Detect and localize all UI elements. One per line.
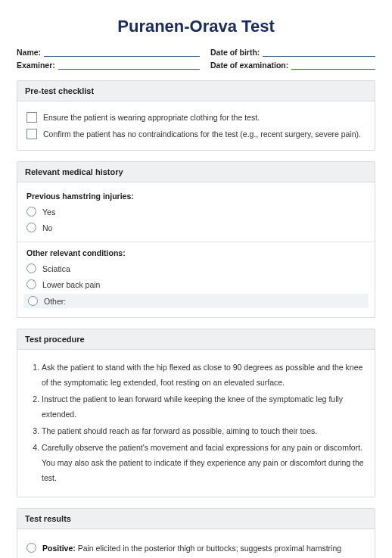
radio-icon[interactable] bbox=[26, 223, 36, 232]
procedure-list: Ask the patient to stand with the hip fl… bbox=[26, 360, 366, 486]
examiner-input-line[interactable] bbox=[58, 60, 200, 70]
history-section: Relevant medical history Previous hamstr… bbox=[17, 161, 375, 318]
pretest-section: Pre-test checklist Ensure the patient is… bbox=[17, 80, 375, 151]
radio-icon[interactable] bbox=[26, 279, 36, 289]
checkbox-icon[interactable] bbox=[26, 129, 37, 139]
procedure-step-3: The patient should reach as far forward … bbox=[42, 424, 366, 439]
history-header: Relevant medical history bbox=[17, 162, 375, 182]
other-fill-input[interactable] bbox=[72, 297, 364, 306]
checkbox-icon[interactable] bbox=[26, 112, 37, 123]
radio-icon[interactable] bbox=[28, 296, 38, 306]
name-label: Name: bbox=[17, 48, 41, 57]
result-positive-label: Positive: bbox=[42, 544, 76, 553]
exam-date-label: Date of examination: bbox=[210, 61, 288, 70]
meta-row-1: Name: Date of birth: bbox=[17, 47, 375, 57]
procedure-section: Test procedure Ask the patient to stand … bbox=[17, 329, 375, 497]
exam-date-field: Date of examination: bbox=[210, 60, 375, 70]
examiner-field: Examiner: bbox=[17, 60, 200, 70]
other-other-row: Other: bbox=[23, 294, 369, 308]
result-positive-desc: Pain elicited in the posterior thigh or … bbox=[42, 544, 341, 559]
other-cond-label: Other relevant conditions: bbox=[26, 248, 366, 257]
procedure-step-1: Ask the patient to stand with the hip fl… bbox=[42, 360, 366, 391]
result-positive-row: Positive: Pain elicited in the posterior… bbox=[26, 537, 366, 559]
meta-row-2: Examiner: Date of examination: bbox=[17, 60, 375, 70]
procedure-step-2: Instruct the patient to lean forward whi… bbox=[42, 392, 366, 422]
pretest-item-1-text: Ensure the patient is wearing appropriat… bbox=[43, 113, 260, 122]
exam-date-input-line[interactable] bbox=[291, 60, 375, 70]
other-other-text: Other: bbox=[44, 297, 66, 306]
page-title: Puranen-Orava Test bbox=[17, 17, 375, 36]
results-section: Test results Positive: Pain elicited in … bbox=[17, 508, 375, 559]
prev-yes-text: Yes bbox=[42, 207, 55, 217]
pretest-item-2: Confirm the patient has no contraindicat… bbox=[26, 126, 366, 142]
name-input-line[interactable] bbox=[44, 47, 200, 57]
pretest-item-1: Ensure the patient is wearing appropriat… bbox=[26, 109, 366, 126]
dob-field: Date of birth: bbox=[210, 47, 375, 57]
examiner-label: Examiner: bbox=[17, 61, 55, 70]
radio-icon[interactable] bbox=[26, 207, 36, 217]
name-field: Name: bbox=[17, 47, 200, 57]
radio-icon[interactable] bbox=[26, 543, 36, 553]
prev-no-row: No bbox=[26, 220, 366, 235]
divider bbox=[17, 242, 375, 242]
other-sciatica-text: Sciatica bbox=[42, 264, 70, 273]
results-header: Test results bbox=[17, 509, 375, 529]
result-positive-text: Positive: Pain elicited in the posterior… bbox=[42, 541, 366, 559]
prev-injuries-label: Previous hamstring injuries: bbox=[26, 192, 366, 201]
dob-label: Date of birth: bbox=[210, 48, 260, 57]
other-lbp-text: Lower back pain bbox=[42, 280, 100, 289]
prev-no-text: No bbox=[42, 223, 52, 232]
other-sciatica-row: Sciatica bbox=[26, 260, 366, 276]
procedure-header: Test procedure bbox=[17, 329, 375, 350]
radio-icon[interactable] bbox=[26, 263, 36, 273]
prev-yes-row: Yes bbox=[26, 204, 366, 220]
procedure-step-4: Carefully observe the patient's movement… bbox=[42, 441, 366, 486]
pretest-item-2-text: Confirm the patient has no contraindicat… bbox=[43, 129, 361, 139]
dob-input-line[interactable] bbox=[263, 47, 375, 57]
other-lbp-row: Lower back pain bbox=[26, 276, 366, 292]
pretest-header: Pre-test checklist bbox=[17, 81, 375, 101]
